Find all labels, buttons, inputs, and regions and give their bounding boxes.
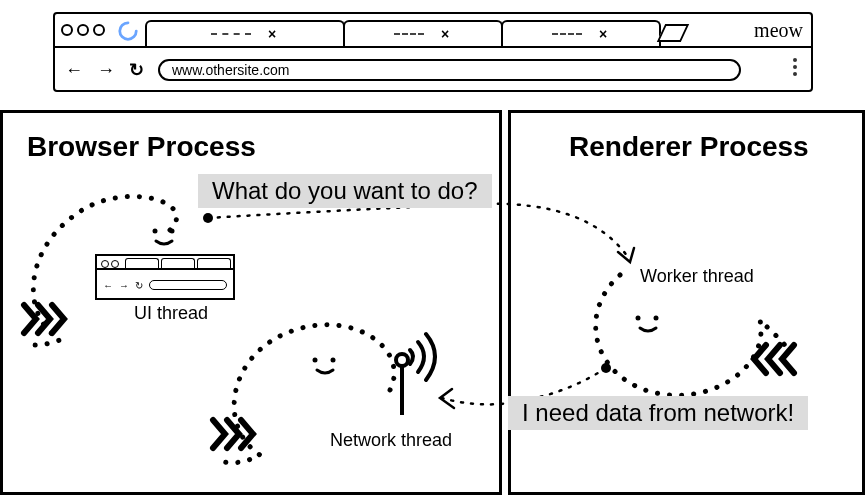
message-answer: I need data from network! [508,396,808,430]
svg-point-4 [153,229,158,234]
menu-icon[interactable] [793,58,797,76]
mini-back-icon: ← [103,280,113,291]
renderer-process-title: Renderer Process [569,131,809,163]
new-tab-button[interactable] [657,24,689,42]
tab-close-icon[interactable]: × [438,27,452,41]
reload-button[interactable]: ↻ [129,59,144,81]
loading-spinner-icon [117,20,139,42]
worker-thread-label: Worker thread [640,266,754,287]
window-minimize-icon[interactable] [77,24,89,36]
message-question: What do you want to do? [198,174,492,208]
window-maximize-icon[interactable] [93,24,105,36]
back-button[interactable]: ← [65,60,83,81]
browser-process-title: Browser Process [27,131,256,163]
tab-2[interactable]: × [343,20,503,46]
svg-point-1 [396,354,408,366]
window-controls[interactable] [61,24,105,36]
forward-button[interactable]: → [97,60,115,81]
ui-thread-label: UI thread [134,303,208,324]
svg-point-7 [331,358,336,363]
svg-point-5 [170,229,175,234]
network-thread-label: Network thread [330,430,452,451]
url-text: www.othersite.com [172,62,289,78]
mini-browser-icon: ← → ↻ [95,254,235,300]
tab-1[interactable]: × [145,20,345,46]
svg-point-9 [654,316,659,321]
brand-label: meow [754,19,803,42]
tab-close-icon[interactable]: × [596,27,610,41]
svg-point-6 [313,358,318,363]
window-close-icon[interactable] [61,24,73,36]
toolbar: ← → ↻ www.othersite.com [55,48,811,92]
tab-3[interactable]: × [501,20,661,46]
mini-reload-icon: ↻ [135,280,143,291]
mini-forward-icon: → [119,280,129,291]
tab-close-icon[interactable]: × [265,27,279,41]
svg-point-8 [636,316,641,321]
network-antenna-icon [380,330,440,420]
tab-strip: × × × meow [55,14,811,48]
browser-window: × × × meow ← → ↻ www.othersite.com [53,12,813,92]
address-bar[interactable]: www.othersite.com [158,59,741,81]
